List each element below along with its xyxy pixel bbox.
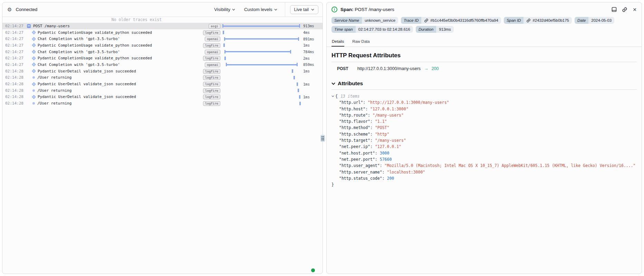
log-circle-icon xyxy=(32,76,35,79)
tag-label: logfire xyxy=(203,30,220,35)
span-details-panel: i Span: POST /many-users ✕ Service Nameu… xyxy=(326,2,642,274)
badge-label: Date xyxy=(575,17,588,24)
attributes-section-header[interactable]: Attributes xyxy=(331,80,637,87)
visibility-dropdown[interactable]: Visibility xyxy=(214,7,235,12)
collapse-toggle-icon[interactable] xyxy=(27,24,31,28)
timeline-area xyxy=(222,36,300,42)
trace-row[interactable]: 02:14:27Chat Completion with 'gpt-3.5-tu… xyxy=(2,61,323,68)
tab-raw-data[interactable]: Raw Data xyxy=(352,38,370,47)
link-icon xyxy=(424,18,429,23)
chevron-down-icon xyxy=(274,9,277,11)
timeline-area xyxy=(222,68,300,75)
metadata-badge: Time span02:14:27.703 to 02:14:28.616 xyxy=(331,26,413,33)
timeline-area xyxy=(222,81,300,87)
tag-pill: logfire xyxy=(203,30,220,35)
trace-row[interactable]: 02:14:27POST /many-usersasgi913ms xyxy=(2,23,323,29)
metadata-badge: Span ID#2432d40ef5b0b175 xyxy=(504,17,572,24)
trace-timestamp: 02:14:28 xyxy=(5,95,25,99)
badge-label: Duration xyxy=(416,26,436,33)
settings-gear-icon[interactable]: ⚙ xyxy=(7,7,12,13)
link-icon[interactable] xyxy=(622,7,627,12)
json-value: "http" xyxy=(375,131,390,137)
trace-name: Pydantic CompletionUsage validate_python… xyxy=(38,30,152,35)
trace-name: Chat Completion with 'gpt-3.5-turbo' xyxy=(38,37,120,41)
trace-row[interactable]: 02:14:27Pydantic CompletionUsage validat… xyxy=(2,29,323,36)
trace-row[interactable]: 02:14:28/User returninglogfire xyxy=(2,75,323,81)
json-value: "/many-users" xyxy=(373,112,404,118)
visibility-label: Visibility xyxy=(214,7,230,12)
badge-value: 02:14:27.703 to 02:14:28.616 xyxy=(356,26,413,33)
badge-value[interactable]: #b1c445ef3b0b43116df5760ffb470a94 xyxy=(421,17,501,24)
badge-value-text: #b1c445ef3b0b43116df5760ffb470a94 xyxy=(430,18,498,23)
metadata-badge: Service Nameunknown_service xyxy=(331,17,398,24)
tag-pill: openai xyxy=(205,62,220,67)
json-entry: "http.method": "POST" xyxy=(339,125,637,131)
connection-status: Connected xyxy=(16,7,37,12)
json-value: "1.1" xyxy=(375,118,387,125)
json-entry: "http.scheme": "http" xyxy=(339,131,637,137)
trace-timestamp: 02:14:28 xyxy=(5,82,25,86)
trace-name: Pydantic CompletionUsage validate_python… xyxy=(38,56,152,60)
duration-bar xyxy=(298,89,299,92)
trace-duration: 784ms xyxy=(303,50,314,54)
json-open-line[interactable]: {13 items xyxy=(331,93,637,99)
trace-duration: 2ms xyxy=(303,56,310,60)
timeline-area xyxy=(222,42,300,49)
link-icon xyxy=(526,18,531,23)
close-icon[interactable]: ✕ xyxy=(633,7,637,12)
trace-row[interactable]: 02:14:28/User returninglogfire xyxy=(2,100,323,107)
metadata-badge: Trace ID#b1c445ef3b0b43116df5760ffb470a9… xyxy=(401,17,501,24)
chevron-down-icon xyxy=(311,9,314,11)
trace-row[interactable]: 02:14:27Pydantic CompletionUsage validat… xyxy=(2,55,323,61)
duration-bar xyxy=(292,69,293,73)
duration-bar xyxy=(223,31,224,34)
panel-resize-handle[interactable] xyxy=(320,135,325,142)
log-circle-icon xyxy=(32,89,35,92)
json-key: "http.user_agent" xyxy=(339,162,380,169)
json-item-count: 13 items xyxy=(340,93,359,99)
json-colon: : xyxy=(382,175,387,181)
span-name: POST /many-users xyxy=(355,7,394,12)
tab-details[interactable]: Details xyxy=(331,38,344,47)
json-value: 200 xyxy=(387,175,394,181)
tag-label: openai xyxy=(205,37,220,41)
json-key: "http.server_name" xyxy=(339,169,382,175)
json-colon: : xyxy=(370,131,375,137)
live-tail-label: Live tail xyxy=(294,7,309,12)
trace-row[interactable]: 02:14:27Pydantic CompletionUsage validat… xyxy=(2,42,323,49)
trace-row[interactable]: 02:14:28Pydantic UserDetail validate_jso… xyxy=(2,68,323,75)
trace-timestamp: 02:14:27 xyxy=(5,24,25,28)
json-colon: : xyxy=(375,150,380,156)
badge-value[interactable]: #2432d40ef5b0b175 xyxy=(523,17,572,24)
trace-timestamp: 02:14:27 xyxy=(5,37,25,41)
trace-name: Pydantic UserDetail validate_json succee… xyxy=(38,95,136,99)
tag-label: logfire xyxy=(203,56,220,61)
json-colon: : xyxy=(370,125,375,131)
trace-duration: 850ms xyxy=(303,62,314,67)
request-method: POST xyxy=(337,66,348,71)
trace-row[interactable]: 02:14:28Pydantic UserDetail validate_jso… xyxy=(2,94,323,100)
trace-row[interactable]: 02:14:27Chat Completion with 'gpt-3.5-tu… xyxy=(2,49,323,55)
trace-row[interactable]: 02:14:27Chat Completion with 'gpt-3.5-tu… xyxy=(2,36,323,42)
custom-levels-dropdown[interactable]: Custom levels xyxy=(244,7,277,12)
request-summary: POST http://127.0.0.1:3000/many-users → … xyxy=(331,66,637,71)
log-circle-icon xyxy=(32,102,35,105)
live-tail-button[interactable]: Live tail xyxy=(290,5,318,14)
tag-pill: logfire xyxy=(203,82,220,86)
arrow-right-icon: → xyxy=(424,66,429,71)
json-colon: : xyxy=(375,156,380,162)
span-diamond-icon xyxy=(32,37,36,41)
span-diamond-icon xyxy=(32,63,36,67)
trace-row[interactable]: 02:14:28/User returninglogfire xyxy=(2,87,323,94)
json-colon: : xyxy=(368,112,373,118)
dock-panel-icon[interactable] xyxy=(612,7,617,12)
json-value: "localhost:3000" xyxy=(387,169,425,175)
span-label: Span: xyxy=(340,7,354,12)
tag-pill: logfire xyxy=(203,75,220,80)
json-entry: "net.peer.port": 57660 xyxy=(339,156,637,162)
trace-row[interactable]: 02:14:28Pydantic UserDetail validate_jso… xyxy=(2,81,323,87)
json-value: "127.0.0.1" xyxy=(375,144,401,150)
trace-duration: 4ms xyxy=(303,30,310,34)
trace-duration: 891ms xyxy=(303,37,314,41)
json-value: "/many-users" xyxy=(375,137,406,144)
